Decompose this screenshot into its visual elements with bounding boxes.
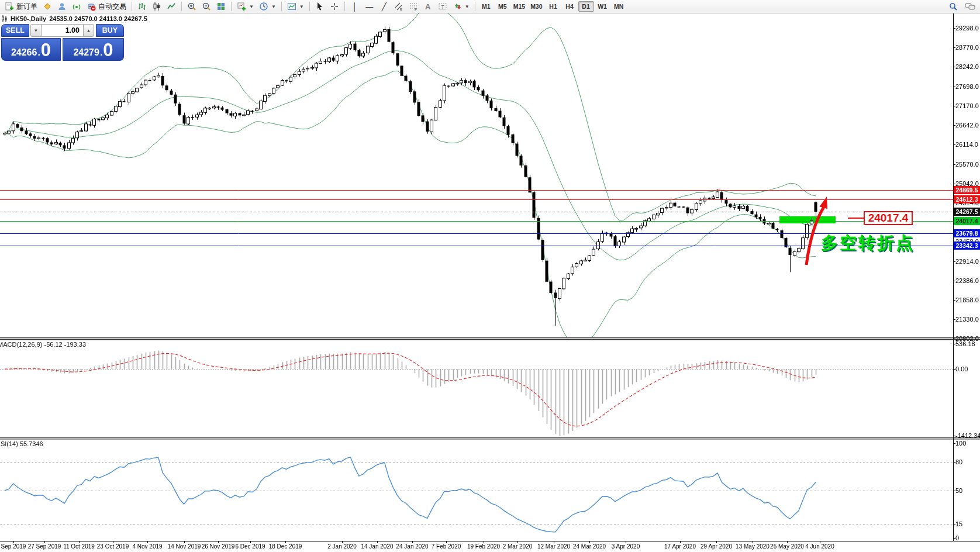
mt4-window: 新订单 自动交易 <box>0 0 980 552</box>
price-axis-label: 29298.0 <box>955 25 979 32</box>
sell-price-dot: . <box>37 47 40 58</box>
horizontal-line-tool[interactable]: — <box>363 1 377 12</box>
price-axis-label: 26114.0 <box>955 141 978 148</box>
timeframe-group: M1M5M15M30H1H4D1W1MN <box>478 1 627 12</box>
timeframe-button-MN[interactable]: MN <box>611 1 627 12</box>
price-badge-24017.4: 24017.4 <box>954 217 980 225</box>
toolbar-separator <box>132 2 132 11</box>
svg-text:E: E <box>400 8 402 11</box>
sell-price-fraction: 0 <box>41 42 51 58</box>
buy-price-button[interactable]: 24279.0 <box>63 38 124 61</box>
chevron-down-icon: ▼ <box>249 4 254 9</box>
timeframe-button-M15[interactable]: M15 <box>511 1 527 12</box>
candlestick-chart-button[interactable] <box>150 1 164 12</box>
zoom-out-button[interactable] <box>199 1 213 12</box>
new-order-button[interactable]: 新订单 <box>2 1 40 12</box>
chat-button[interactable] <box>962 1 978 12</box>
fibonacci-tool[interactable]: F <box>406 1 420 12</box>
line-chart-button[interactable] <box>164 1 178 12</box>
toolbar-separator <box>344 2 345 11</box>
vertical-line-icon: │ <box>353 3 357 11</box>
community-button[interactable] <box>55 1 69 12</box>
time-axis-label: 12 Mar 2020 <box>537 543 570 550</box>
chart-title-icon <box>1 15 8 22</box>
price-callout-box[interactable]: 24017.4 <box>864 211 913 225</box>
toolbar-separator <box>309 2 310 11</box>
cursor-icon <box>315 2 325 11</box>
svg-text:T: T <box>441 4 444 10</box>
price-axis-label: 21858.0 <box>955 296 979 303</box>
zoom-out-icon <box>202 2 211 11</box>
macd-axis-label: 536.18 <box>955 340 975 347</box>
buy-button[interactable]: BUY <box>96 24 124 37</box>
volume-input[interactable] <box>42 24 83 37</box>
zoom-in-button[interactable] <box>185 1 199 12</box>
autotrading-button[interactable]: 自动交易 <box>84 1 129 12</box>
rsi-axis-label: 0 <box>955 534 959 541</box>
time-axis-label: 13 May 2020 <box>736 543 769 550</box>
timeframe-button-D1[interactable]: D1 <box>578 1 594 12</box>
sell-button[interactable]: SELL <box>1 24 29 37</box>
timeframe-button-M1[interactable]: M1 <box>478 1 494 12</box>
timeframe-button-M5[interactable]: M5 <box>495 1 510 12</box>
turning-point-label[interactable]: 多空转折点 <box>821 232 915 255</box>
top-toolbar: 新订单 自动交易 <box>0 0 980 13</box>
price-axis-label: 28242.0 <box>955 63 979 70</box>
tile-windows-icon <box>216 2 226 11</box>
timeframe-button-H1[interactable]: H1 <box>546 1 561 12</box>
volume-increase-button[interactable]: ▲ <box>83 24 94 37</box>
chevron-down-icon: ▼ <box>271 4 276 9</box>
chevron-up-icon: ▲ <box>87 28 91 33</box>
price-axis-label: 27170.0 <box>955 102 979 109</box>
price-chart-canvas[interactable] <box>0 0 980 552</box>
templates-button[interactable]: ▼ <box>285 1 306 12</box>
one-click-trade-panel: SELL ▼ ▲ BUY 24266.0 24279.0 <box>1 24 124 61</box>
timeframe-button-H4[interactable]: H4 <box>562 1 578 12</box>
cursor-button[interactable] <box>313 1 327 12</box>
time-axis-label: 29 Apr 2020 <box>701 543 732 550</box>
search-button[interactable] <box>946 1 960 12</box>
clock-icon <box>259 2 268 11</box>
candlestick-icon <box>152 2 161 11</box>
time-axis-label: Sep 2019 <box>1 543 26 550</box>
time-axis-label: 19 Feb 2020 <box>467 543 500 550</box>
text-tool[interactable]: A <box>421 1 435 12</box>
tile-windows-button[interactable] <box>214 1 228 12</box>
autotrading-label: 自动交易 <box>98 2 126 12</box>
timeframe-button-M30[interactable]: M30 <box>528 1 544 12</box>
new-order-icon <box>5 2 14 11</box>
volume-decrease-button[interactable]: ▼ <box>30 24 42 37</box>
timeframe-button-W1[interactable]: W1 <box>595 1 610 12</box>
search-icon <box>948 2 958 11</box>
buy-price-dot: . <box>100 47 102 58</box>
sell-price-main: 24266 <box>11 47 37 58</box>
channel-tool[interactable]: E <box>392 1 406 12</box>
price-axis-label: 27698.0 <box>955 83 979 90</box>
zoom-in-icon <box>187 2 196 11</box>
chart-ohlc-values: 24535.0 24570.0 24113.0 24267.5 <box>49 15 147 22</box>
price-badge-24612.3: 24612.3 <box>954 195 980 203</box>
arrows-tool[interactable]: ▼ <box>450 1 472 12</box>
sell-price-button[interactable]: 24266.0 <box>1 38 61 61</box>
periods-button[interactable]: ▼ <box>257 1 278 12</box>
price-axis-label: 28770.0 <box>955 44 979 51</box>
new-chart-button[interactable]: ▼ <box>234 1 256 12</box>
rsi-indicator-label: RSI(14) 55.7346 <box>0 440 43 447</box>
bar-chart-button[interactable] <box>135 1 149 12</box>
toolbar-separator <box>231 2 232 11</box>
bar-chart-icon <box>137 2 147 11</box>
text-label-tool[interactable]: T <box>436 1 450 12</box>
trendline-tool[interactable]: ╱ <box>377 1 391 12</box>
price-axis-label: 21330.0 <box>955 316 979 323</box>
price-axis-label: 26642.0 <box>955 122 979 129</box>
metaquotes-button[interactable] <box>40 1 54 12</box>
signals-button[interactable] <box>70 1 84 12</box>
time-axis-label: 14 Jan 2020 <box>361 543 393 550</box>
chart-symbol-period: HK50-,Daily <box>11 15 46 22</box>
autotrading-icon <box>87 2 96 11</box>
vertical-line-tool[interactable]: │ <box>348 1 362 12</box>
toolbar-right-group <box>946 1 978 12</box>
price-badge-24869.5: 24869.5 <box>954 186 980 194</box>
crosshair-button[interactable] <box>327 1 341 12</box>
toolbar-separator <box>181 2 182 11</box>
